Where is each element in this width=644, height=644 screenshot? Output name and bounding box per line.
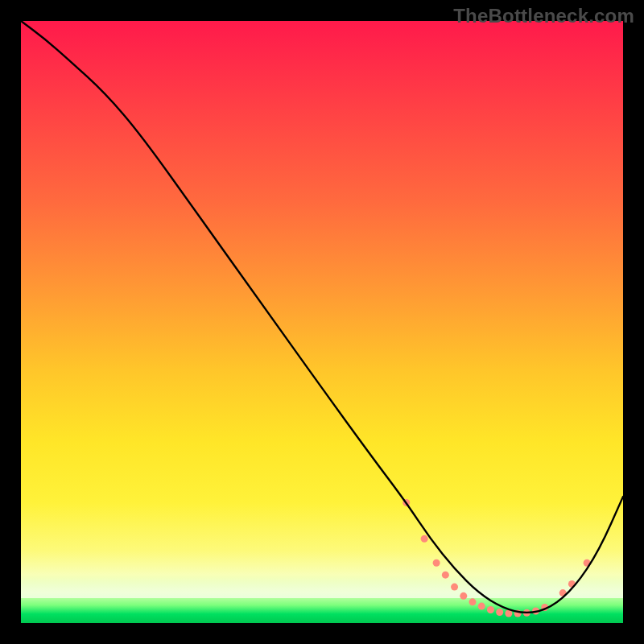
watermark-text: TheBottleneck.com — [453, 5, 634, 27]
plot-area — [21, 21, 623, 623]
chart-frame: TheBottleneck.com — [0, 0, 644, 644]
highlight-dot — [469, 598, 477, 605]
highlight-dot — [433, 559, 440, 567]
bottleneck-curve — [21, 21, 623, 613]
highlight-dot — [487, 606, 494, 613]
highlight-dot — [496, 609, 503, 616]
highlight-dot — [478, 603, 485, 610]
highlight-dot — [421, 535, 428, 543]
curve-layer — [21, 21, 623, 623]
highlight-dot — [442, 572, 449, 579]
highlight-dot — [451, 584, 458, 591]
highlight-dots — [402, 499, 590, 617]
highlight-dot — [460, 592, 467, 600]
